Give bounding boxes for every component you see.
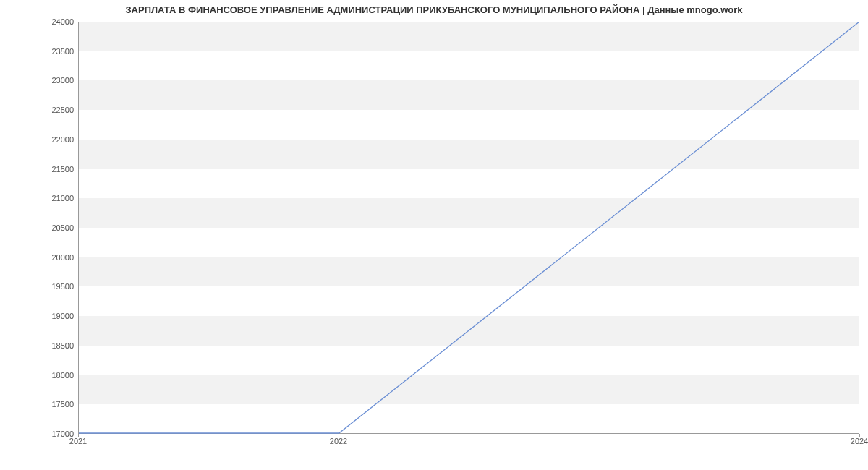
- y-tick-label: 24000: [9, 17, 74, 26]
- y-tick-label: 23500: [9, 47, 74, 56]
- y-tick-label: 21500: [9, 165, 74, 174]
- y-tick-label: 18500: [9, 341, 74, 350]
- y-tick-label: 20000: [9, 253, 74, 262]
- y-tick-label: 19000: [9, 312, 74, 320]
- x-tick-label: 2022: [330, 437, 347, 445]
- chart-title: ЗАРПЛАТА В ФИНАНСОВОЕ УПРАВЛЕНИЕ АДМИНИС…: [0, 4, 868, 15]
- y-tick-label: 23000: [9, 76, 74, 85]
- chart-container: ЗАРПЛАТА В ФИНАНСОВОЕ УПРАВЛЕНИЕ АДМИНИС…: [0, 0, 868, 470]
- data-line: [79, 22, 859, 433]
- y-tick-label: 18000: [9, 371, 74, 380]
- y-tick-label: 20500: [9, 223, 74, 232]
- line-svg: [79, 22, 859, 433]
- x-tick-label: 2021: [69, 437, 87, 445]
- y-tick-label: 21000: [9, 194, 74, 202]
- y-tick-label: 17000: [9, 430, 74, 438]
- y-tick-label: 19500: [9, 282, 74, 291]
- y-tick-label: 22000: [9, 135, 74, 144]
- x-tick-label: 2024: [851, 437, 868, 445]
- y-tick-label: 22500: [9, 106, 74, 114]
- y-tick-label: 17500: [9, 400, 74, 409]
- plot-area: [78, 22, 859, 434]
